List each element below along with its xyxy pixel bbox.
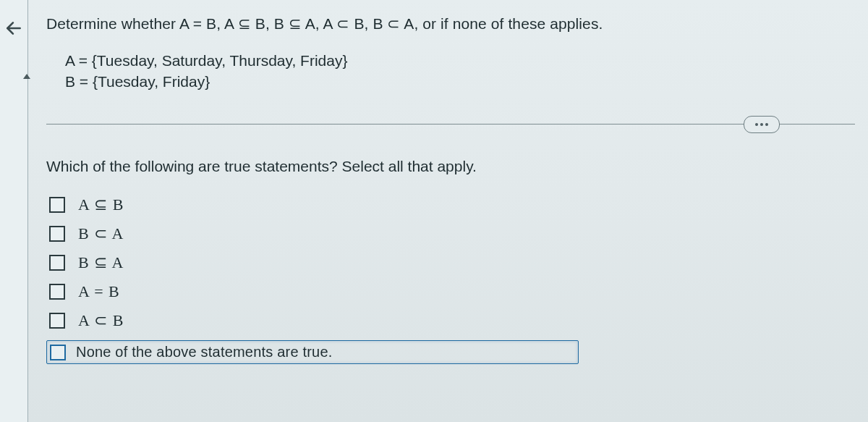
option-row[interactable]: A ⊂ B [49,311,855,330]
option-row[interactable]: B ⊆ A [49,253,855,272]
question-content: Determine whether A = B, A ⊆ B, B ⊆ A, A… [46,13,855,422]
back-arrow-icon[interactable] [1,16,26,41]
option-row[interactable]: None of the above statements are true. [46,340,855,364]
checkbox[interactable] [49,226,65,242]
checkbox[interactable] [49,197,65,213]
checkbox[interactable] [50,345,66,360]
scroll-up-icon[interactable] [20,72,33,81]
section-divider [46,124,855,125]
selected-option-highlight[interactable]: None of the above statements are true. [46,340,579,364]
left-navigation-bar [0,0,28,422]
option-label: A = B [78,282,120,301]
option-label: A ⊂ B [78,311,124,330]
more-options-icon[interactable] [744,116,780,133]
checkbox[interactable] [49,255,65,271]
option-label: A ⊆ B [78,195,124,214]
checkbox[interactable] [49,284,65,300]
option-row[interactable]: B ⊂ A [49,224,855,243]
option-label: None of the above statements are true. [76,344,332,360]
set-a-definition: A = {Tuesday, Saturday, Thursday, Friday… [65,51,855,71]
set-b-definition: B = {Tuesday, Friday} [65,72,855,92]
answer-instruction: Which of the following are true statemen… [46,158,855,175]
option-label: B ⊂ A [78,224,124,243]
option-row[interactable]: A = B [49,282,855,301]
question-prompt: Determine whether A = B, A ⊆ B, B ⊆ A, A… [46,13,855,35]
option-label: B ⊆ A [78,253,124,272]
svg-marker-1 [23,74,30,79]
set-definitions: A = {Tuesday, Saturday, Thursday, Friday… [65,51,855,92]
option-row[interactable]: A ⊆ B [49,195,855,214]
answer-options: A ⊆ B B ⊂ A B ⊆ A A = B A ⊂ B [49,195,855,364]
checkbox[interactable] [49,313,65,329]
